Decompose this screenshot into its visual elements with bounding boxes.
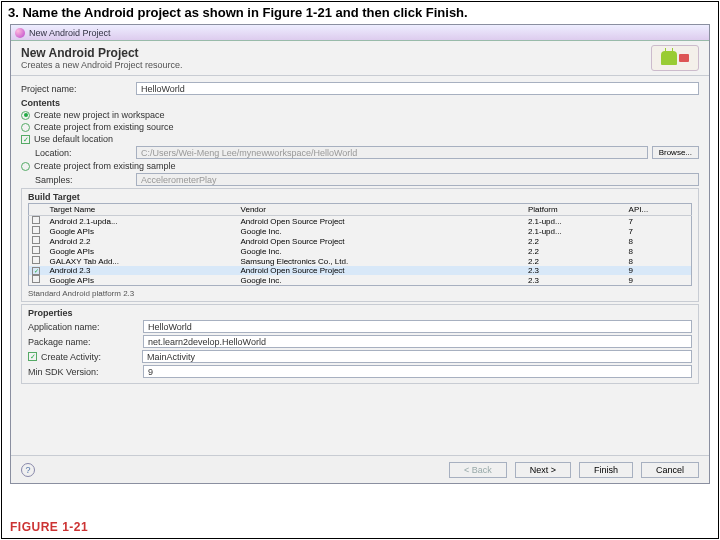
col-api: API... (626, 204, 692, 216)
radio-create-new[interactable] (21, 111, 30, 120)
col-target-name: Target Name (47, 204, 238, 216)
cancel-button[interactable]: Cancel (641, 462, 699, 478)
target-chk[interactable] (32, 236, 40, 244)
target-chk[interactable] (32, 256, 40, 264)
eclipse-icon (15, 28, 25, 38)
table-row: Google APIsGoogle Inc.2.1-upd...7 (29, 226, 692, 236)
min-sdk-input[interactable]: 9 (143, 365, 692, 378)
page-subtitle: Creates a new Android Project resource. (21, 60, 651, 70)
browse-button[interactable]: Browse... (652, 146, 699, 159)
package-name-input[interactable]: net.learn2develop.HelloWorld (143, 335, 692, 348)
table-row: GALAXY Tab Add...Samsung Electronics Co.… (29, 256, 692, 266)
app-name-input[interactable]: HelloWorld (143, 320, 692, 333)
create-activity-label: Create Activity: (41, 352, 142, 362)
table-row: ✓Android 2.3Android Open Source Project2… (29, 266, 692, 275)
table-row: Android 2.1-upda...Android Open Source P… (29, 216, 692, 227)
min-sdk-label: Min SDK Version: (28, 367, 143, 377)
build-target-note: Standard Android platform 2.3 (28, 289, 692, 298)
project-name-input[interactable]: HelloWorld (136, 82, 699, 95)
table-row: Android 2.2Android Open Source Project2.… (29, 236, 692, 246)
table-row: Google APIsGoogle Inc.2.28 (29, 246, 692, 256)
project-name-label: Project name: (21, 84, 136, 94)
titlebar: New Android Project (11, 25, 709, 41)
build-target-table[interactable]: Target Name Vendor Platform API... Andro… (28, 203, 692, 286)
app-name-label: Application name: (28, 322, 143, 332)
android-icon (661, 51, 677, 65)
window-title: New Android Project (29, 28, 111, 38)
badge-accent (679, 54, 689, 62)
activity-name-input[interactable]: MainActivity (142, 350, 692, 363)
back-button: < Back (449, 462, 507, 478)
help-icon[interactable]: ? (21, 463, 35, 477)
page-title: New Android Project (21, 46, 651, 60)
contents-heading: Contents (21, 98, 699, 108)
target-chk[interactable] (32, 226, 40, 234)
target-chk[interactable] (32, 275, 40, 283)
radio-existing-source[interactable] (21, 123, 30, 132)
chk-use-default-location-label: Use default location (34, 134, 113, 144)
col-vendor: Vendor (238, 204, 525, 216)
col-platform: Platform (525, 204, 626, 216)
radio-existing-source-label: Create project from existing source (34, 122, 174, 132)
table-header: Target Name Vendor Platform API... (29, 204, 692, 216)
next-button[interactable]: Next > (515, 462, 571, 478)
wizard-window: New Android Project New Android Project … (10, 24, 710, 484)
figure-caption: FIGURE 1-21 (10, 520, 88, 534)
package-name-label: Package name: (28, 337, 143, 347)
samples-select: AccelerometerPlay (136, 173, 699, 186)
instruction-text: 3. Name the Android project as shown in … (2, 2, 718, 22)
radio-from-sample-label: Create project from existing sample (34, 161, 176, 171)
radio-from-sample[interactable] (21, 162, 30, 171)
finish-button[interactable]: Finish (579, 462, 633, 478)
samples-label: Samples: (21, 175, 136, 185)
chk-create-activity[interactable] (28, 352, 37, 361)
properties-heading: Properties (28, 308, 692, 318)
target-chk[interactable]: ✓ (32, 267, 40, 275)
target-chk[interactable] (32, 216, 40, 224)
android-badge (651, 45, 699, 71)
location-input: C:/Users/Wei-Meng Lee/mynewworkspace/Hel… (136, 146, 648, 159)
target-chk[interactable] (32, 246, 40, 254)
location-label: Location: (21, 148, 136, 158)
chk-use-default-location[interactable] (21, 135, 30, 144)
build-target-heading: Build Target (28, 192, 692, 202)
table-row: Google APIsGoogle Inc.2.39 (29, 275, 692, 286)
radio-create-new-label: Create new project in workspace (34, 110, 165, 120)
